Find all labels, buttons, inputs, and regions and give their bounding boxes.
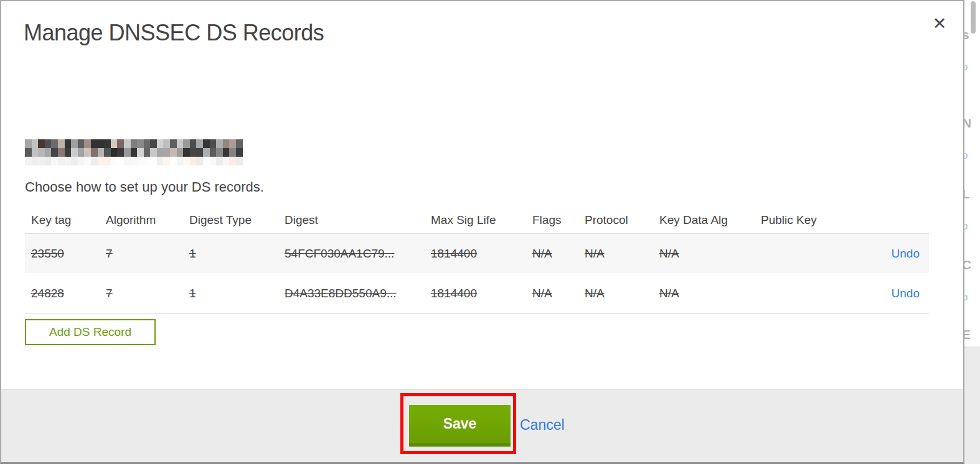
cell-key-data-alg: N/A (653, 287, 755, 300)
background-text-fragment: C (964, 258, 971, 272)
scrollbar-thumb[interactable] (971, 1, 976, 34)
background-text-fragment: o (964, 149, 968, 162)
cell-flags: N/A (526, 247, 578, 261)
undo-link[interactable]: Undo (892, 247, 920, 260)
col-header-key-data-alg: Key Data Alg (653, 213, 755, 227)
cell-max-sig-life: 1814400 (425, 287, 526, 300)
save-button[interactable]: Save (409, 405, 511, 447)
background-text-fragment: L (964, 187, 970, 202)
table-row: 23550 7 1 54FCF030AA1C79... 1814400 N/A … (25, 234, 929, 273)
background-gray-section (964, 346, 980, 464)
cancel-link[interactable]: Cancel (520, 417, 565, 434)
add-ds-record-button[interactable]: Add DS Record (25, 319, 156, 345)
cell-digest-type: 1 (183, 287, 278, 300)
background-page-sliver: soNoLoCoE (964, 0, 980, 464)
cell-digest: 54FCF030AA1C79... (278, 247, 425, 261)
col-header-key-tag: Key tag (25, 213, 100, 227)
background-text-fragment: N (964, 116, 971, 131)
manage-dnssec-ds-records-dialog: Manage DNSSEC DS Records ✕ Choose how to… (0, 0, 964, 464)
background-text-fragment: o (964, 291, 968, 304)
undo-link[interactable]: Undo (892, 287, 920, 300)
ds-records-table: Key tag Algorithm Digest Type Digest Max… (25, 206, 929, 314)
dialog-footer: Save Cancel (1, 389, 963, 462)
col-header-flags: Flags (526, 213, 578, 227)
col-header-digest-type: Digest Type (183, 213, 278, 227)
cell-digest-type: 1 (183, 247, 278, 261)
background-text-fragment: s (964, 27, 969, 42)
col-header-public-key: Public Key (755, 213, 842, 227)
background-text-fragment: E (964, 327, 971, 342)
col-header-max-sig-life: Max Sig Life (425, 213, 526, 227)
cell-key-data-alg: N/A (653, 247, 755, 261)
cell-max-sig-life: 1814400 (425, 247, 526, 261)
cell-algorithm: 7 (100, 247, 183, 261)
redacted-domain-name (25, 139, 243, 165)
cell-key-tag: 23550 (25, 247, 100, 261)
cell-algorithm: 7 (100, 287, 183, 300)
background-text-fragment: o (964, 220, 968, 233)
col-header-algorithm: Algorithm (100, 213, 183, 227)
cell-key-tag: 24828 (25, 287, 100, 300)
dialog-subtitle: Choose how to set up your DS records. (25, 179, 264, 195)
cell-protocol: N/A (578, 287, 653, 300)
col-header-digest: Digest (278, 213, 425, 227)
close-icon[interactable]: ✕ (930, 14, 949, 34)
page: soNoLoCoE Manage DNSSEC DS Records ✕ Cho… (0, 0, 980, 464)
table-row: 24828 7 1 D4A33E8DD550A9... 1814400 N/A … (25, 273, 929, 314)
cell-flags: N/A (526, 287, 578, 300)
cell-protocol: N/A (578, 247, 653, 261)
background-text-fragment: o (964, 61, 968, 73)
dialog-title: Manage DNSSEC DS Records (24, 20, 324, 46)
col-header-protocol: Protocol (578, 213, 653, 227)
cell-digest: D4A33E8DD550A9... (278, 287, 425, 300)
table-header-row: Key tag Algorithm Digest Type Digest Max… (25, 206, 929, 234)
